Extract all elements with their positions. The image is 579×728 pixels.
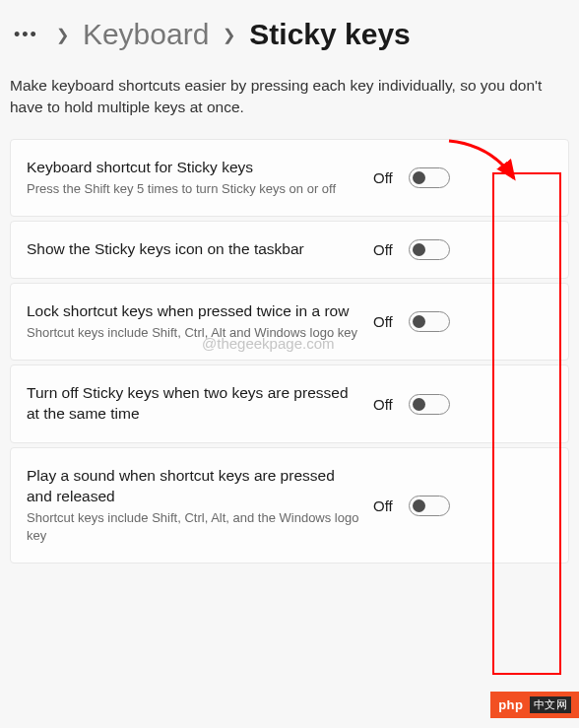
toggle-state-label: Off	[373, 169, 393, 186]
toggle-switch[interactable]	[409, 239, 450, 260]
toggle-switch[interactable]	[409, 167, 450, 188]
badge-text: php	[498, 697, 523, 712]
setting-title: Turn off Sticky keys when two keys are p…	[27, 383, 361, 425]
setting-subtitle: Shortcut keys include Shift, Ctrl, Alt a…	[27, 324, 361, 342]
chevron-right-icon: ❯	[56, 26, 69, 44]
setting-subtitle: Press the Shift key 5 times to turn Stic…	[27, 180, 361, 198]
setting-lock-shortcut: Lock shortcut keys when pressed twice in…	[10, 283, 569, 361]
toggle-state-label: Off	[373, 497, 393, 514]
breadcrumb: ••• ❯ Keyboard ❯ Sticky keys	[0, 0, 579, 59]
setting-play-sound: Play a sound when shortcut keys are pres…	[10, 447, 569, 563]
breadcrumb-more-icon[interactable]: •••	[10, 25, 42, 45]
toggle-state-label: Off	[373, 241, 393, 258]
settings-list: Keyboard shortcut for Sticky keys Press …	[0, 139, 579, 563]
toggle-state-label: Off	[373, 396, 393, 413]
setting-taskbar-icon: Show the Sticky keys icon on the taskbar…	[10, 221, 569, 279]
setting-subtitle: Shortcut keys include Shift, Ctrl, Alt, …	[27, 509, 361, 545]
page-description: Make keyboard shortcuts easier by pressi…	[0, 59, 579, 139]
setting-title: Play a sound when shortcut keys are pres…	[27, 466, 361, 507]
setting-title: Lock shortcut keys when pressed twice in…	[27, 301, 361, 322]
toggle-switch[interactable]	[409, 496, 450, 516]
badge-cn: 中文网	[530, 696, 572, 713]
breadcrumb-current: Sticky keys	[249, 18, 410, 51]
breadcrumb-parent[interactable]: Keyboard	[83, 18, 209, 51]
site-badge: php 中文网	[490, 692, 579, 718]
setting-title: Show the Sticky keys icon on the taskbar	[27, 239, 361, 260]
setting-shortcut-sticky: Keyboard shortcut for Sticky keys Press …	[10, 139, 569, 217]
setting-turnoff-twokeys: Turn off Sticky keys when two keys are p…	[10, 364, 569, 443]
toggle-switch[interactable]	[409, 311, 450, 332]
toggle-switch[interactable]	[409, 394, 450, 415]
chevron-right-icon: ❯	[223, 26, 235, 44]
toggle-state-label: Off	[373, 313, 393, 330]
setting-title: Keyboard shortcut for Sticky keys	[27, 158, 361, 178]
